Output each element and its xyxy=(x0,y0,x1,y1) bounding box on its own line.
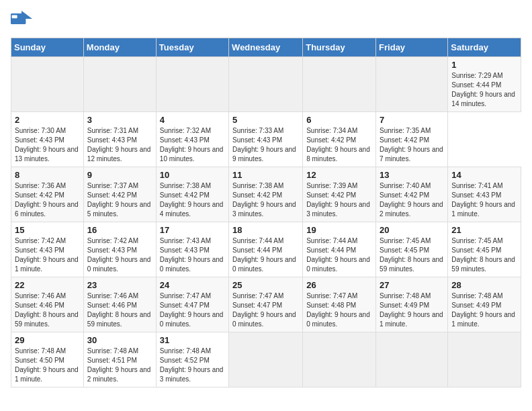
calendar-header: SundayMondayTuesdayWednesdayThursdayFrid… xyxy=(11,38,521,57)
calendar-cell: 12Sunrise: 7:39 AMSunset: 4:42 PMDayligh… xyxy=(303,167,376,222)
weekday-header: Wednesday xyxy=(229,38,303,57)
calendar-cell: 7Sunrise: 7:35 AMSunset: 4:42 PMDaylight… xyxy=(376,112,448,167)
calendar-body: 1Sunrise: 7:29 AMSunset: 4:44 PMDaylight… xyxy=(11,57,521,387)
calendar-cell-empty xyxy=(448,332,521,387)
calendar-week: 29Sunrise: 7:48 AMSunset: 4:50 PMDayligh… xyxy=(11,332,521,387)
svg-marker-1 xyxy=(21,11,32,19)
calendar-cell-empty xyxy=(376,57,448,112)
calendar-cell: 28Sunrise: 7:48 AMSunset: 4:49 PMDayligh… xyxy=(448,277,521,332)
calendar-cell: 1Sunrise: 7:29 AMSunset: 4:44 PMDaylight… xyxy=(448,57,521,112)
weekday-header: Monday xyxy=(83,38,156,57)
calendar-cell-empty xyxy=(229,332,303,387)
calendar-week: 2Sunrise: 7:30 AMSunset: 4:43 PMDaylight… xyxy=(11,112,521,167)
calendar-cell: 6Sunrise: 7:34 AMSunset: 4:42 PMDaylight… xyxy=(303,112,376,167)
calendar-cell: 20Sunrise: 7:45 AMSunset: 4:45 PMDayligh… xyxy=(376,222,448,277)
calendar-cell: 31Sunrise: 7:48 AMSunset: 4:52 PMDayligh… xyxy=(156,332,228,387)
calendar-cell-empty xyxy=(11,57,84,112)
calendar-cell: 3Sunrise: 7:31 AMSunset: 4:43 PMDaylight… xyxy=(83,112,156,167)
calendar-cell: 4Sunrise: 7:32 AMSunset: 4:43 PMDaylight… xyxy=(156,112,228,167)
calendar-cell: 27Sunrise: 7:48 AMSunset: 4:49 PMDayligh… xyxy=(376,277,448,332)
calendar-cell: 8Sunrise: 7:36 AMSunset: 4:42 PMDaylight… xyxy=(11,167,84,222)
calendar-cell: 15Sunrise: 7:42 AMSunset: 4:43 PMDayligh… xyxy=(11,222,84,277)
calendar-cell-empty xyxy=(303,57,376,112)
calendar-cell: 23Sunrise: 7:46 AMSunset: 4:46 PMDayligh… xyxy=(83,277,156,332)
calendar-table: SundayMondayTuesdayWednesdayThursdayFrid… xyxy=(11,38,521,387)
calendar-cell: 2Sunrise: 7:30 AMSunset: 4:43 PMDaylight… xyxy=(11,112,84,167)
calendar-cell: 14Sunrise: 7:41 AMSunset: 4:43 PMDayligh… xyxy=(448,167,521,222)
calendar-cell: 9Sunrise: 7:37 AMSunset: 4:42 PMDaylight… xyxy=(83,167,156,222)
calendar-cell: 25Sunrise: 7:47 AMSunset: 4:47 PMDayligh… xyxy=(229,277,303,332)
calendar-week: 1Sunrise: 7:29 AMSunset: 4:44 PMDaylight… xyxy=(11,57,521,112)
header-row: SundayMondayTuesdayWednesdayThursdayFrid… xyxy=(11,38,521,57)
calendar-cell-empty xyxy=(303,332,376,387)
calendar-cell: 22Sunrise: 7:46 AMSunset: 4:46 PMDayligh… xyxy=(11,277,84,332)
calendar-cell-empty xyxy=(229,57,303,112)
calendar-cell: 17Sunrise: 7:43 AMSunset: 4:43 PMDayligh… xyxy=(156,222,228,277)
calendar-cell: 16Sunrise: 7:42 AMSunset: 4:43 PMDayligh… xyxy=(83,222,156,277)
weekday-header: Thursday xyxy=(303,38,376,57)
calendar-cell-empty xyxy=(83,57,156,112)
calendar-cell: 29Sunrise: 7:48 AMSunset: 4:50 PMDayligh… xyxy=(11,332,84,387)
calendar-cell: 13Sunrise: 7:40 AMSunset: 4:42 PMDayligh… xyxy=(376,167,448,222)
calendar-week: 15Sunrise: 7:42 AMSunset: 4:43 PMDayligh… xyxy=(11,222,521,277)
weekday-header: Saturday xyxy=(448,38,521,57)
calendar-cell: 5Sunrise: 7:33 AMSunset: 4:43 PMDaylight… xyxy=(229,112,303,167)
weekday-header: Tuesday xyxy=(156,38,228,57)
weekday-header: Sunday xyxy=(11,38,84,57)
calendar-cell: 21Sunrise: 7:45 AMSunset: 4:45 PMDayligh… xyxy=(448,222,521,277)
calendar-week: 8Sunrise: 7:36 AMSunset: 4:42 PMDaylight… xyxy=(11,167,521,222)
logo-icon xyxy=(11,11,32,30)
svg-rect-2 xyxy=(12,15,17,18)
calendar-cell-empty xyxy=(156,57,228,112)
calendar-cell: 30Sunrise: 7:48 AMSunset: 4:51 PMDayligh… xyxy=(83,332,156,387)
calendar-cell: 26Sunrise: 7:47 AMSunset: 4:48 PMDayligh… xyxy=(303,277,376,332)
calendar-week: 22Sunrise: 7:46 AMSunset: 4:46 PMDayligh… xyxy=(11,277,521,332)
calendar-cell: 18Sunrise: 7:44 AMSunset: 4:44 PMDayligh… xyxy=(229,222,303,277)
weekday-header: Friday xyxy=(376,38,448,57)
calendar-cell: 19Sunrise: 7:44 AMSunset: 4:44 PMDayligh… xyxy=(303,222,376,277)
logo xyxy=(11,11,35,30)
calendar-cell-empty xyxy=(376,332,448,387)
page-header xyxy=(11,11,521,30)
calendar-cell: 10Sunrise: 7:38 AMSunset: 4:42 PMDayligh… xyxy=(156,167,228,222)
calendar-cell: 11Sunrise: 7:38 AMSunset: 4:42 PMDayligh… xyxy=(229,167,303,222)
calendar-cell: 24Sunrise: 7:47 AMSunset: 4:47 PMDayligh… xyxy=(156,277,228,332)
